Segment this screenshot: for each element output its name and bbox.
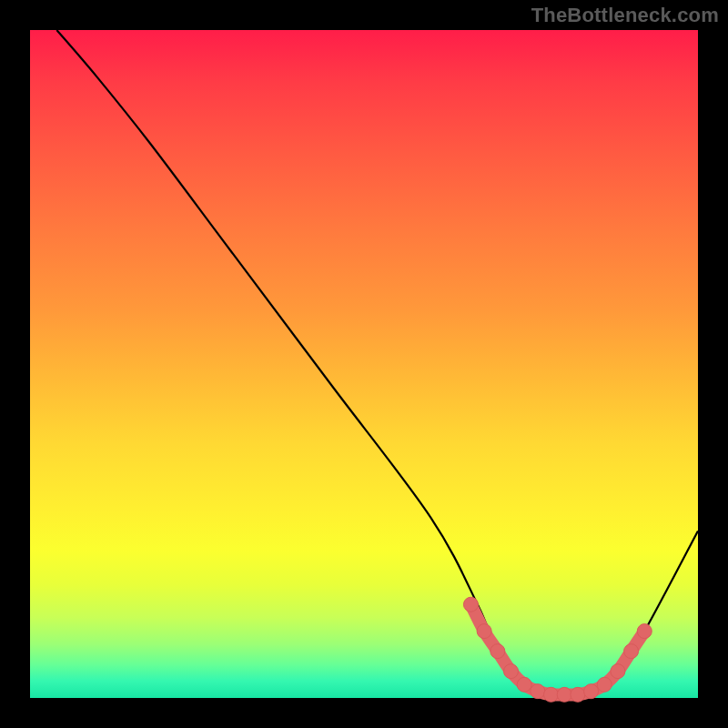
chart-svg — [30, 30, 698, 698]
highlight-dot — [611, 664, 625, 679]
highlight-dot — [557, 687, 571, 702]
highlight-dots-group — [463, 597, 652, 702]
highlight-dot — [463, 597, 478, 612]
highlight-dot — [503, 664, 518, 679]
highlight-dot — [544, 687, 559, 702]
highlight-dot — [637, 624, 652, 639]
chart-frame: TheBottleneck.com — [0, 0, 728, 728]
highlight-dot — [477, 624, 491, 639]
highlight-dot — [490, 644, 505, 659]
main-curve-path — [56, 30, 698, 697]
highlight-dot — [531, 684, 545, 699]
highlight-dot — [517, 677, 531, 692]
highlight-dot — [584, 684, 599, 699]
highlight-dot — [597, 677, 612, 692]
plot-area — [30, 30, 698, 698]
watermark-text: TheBottleneck.com — [531, 4, 719, 27]
highlight-dot — [624, 644, 639, 659]
highlight-dot — [571, 687, 585, 702]
